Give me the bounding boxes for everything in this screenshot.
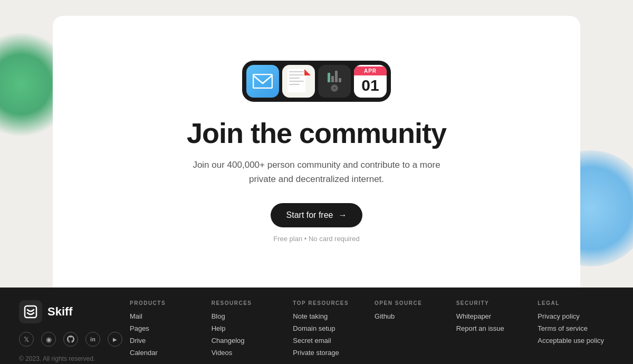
footer-products-title: PRODUCTS bbox=[130, 300, 201, 306]
calendar-month: APR bbox=[354, 66, 387, 75]
skiff-icon bbox=[19, 300, 42, 323]
footer-link-calendar[interactable]: Calendar bbox=[130, 349, 201, 357]
arrow-icon: → bbox=[338, 210, 347, 220]
mail-app-icon bbox=[246, 65, 279, 98]
hero-subtitle: Join our 400,000+ person community and c… bbox=[185, 158, 448, 186]
footer-link-github[interactable]: Github bbox=[375, 312, 446, 320]
footer-link-blog[interactable]: Blog bbox=[212, 312, 283, 320]
footer-link-report-issue[interactable]: Report an issue bbox=[456, 324, 528, 332]
svg-rect-0 bbox=[253, 74, 272, 88]
social-icons: 𝕏 ◉ in ▶ bbox=[19, 332, 124, 347]
calendar-app-icon: APR 01 bbox=[354, 65, 387, 98]
skiff-brand-name: Skiff bbox=[47, 305, 73, 319]
footer-link-drive[interactable]: Drive bbox=[130, 337, 201, 344]
footer-top-resources-title: TOP RESOURCES bbox=[293, 300, 364, 306]
linkedin-icon[interactable]: in bbox=[85, 332, 100, 347]
footer-link-domain-setup[interactable]: Domain setup bbox=[293, 324, 364, 332]
footer-brand: Skiff 𝕏 ◉ in ▶ © 2023. All rights reserv… bbox=[19, 300, 124, 362]
footer-columns: PRODUCTS Mail Pages Drive Calendar RESOU… bbox=[124, 300, 614, 361]
footer-col-resources: RESOURCES Blog Help Changelog Videos bbox=[206, 300, 288, 361]
footer-link-note-taking[interactable]: Note taking bbox=[293, 312, 364, 320]
footer-col-products: PRODUCTS Mail Pages Drive Calendar bbox=[124, 300, 206, 361]
footer-link-mail[interactable]: Mail bbox=[130, 312, 201, 320]
footer-legal-title: LEGAL bbox=[538, 300, 609, 306]
skiff-logo: Skiff bbox=[19, 300, 124, 323]
footer-link-changelog[interactable]: Changelog bbox=[212, 337, 283, 344]
github-icon[interactable] bbox=[63, 332, 78, 347]
skiff-logo-svg bbox=[23, 304, 38, 319]
cta-label: Start for free bbox=[286, 210, 333, 220]
footer-security-title: SECURITY bbox=[456, 300, 528, 306]
footer-link-pages[interactable]: Pages bbox=[130, 324, 201, 332]
footer-col-security: SECURITY Whitepaper Report an issue bbox=[451, 300, 533, 361]
footer-col-top-resources: TOP RESOURCES Note taking Domain setup S… bbox=[287, 300, 369, 361]
drive-app-icon bbox=[318, 65, 351, 98]
cta-note: Free plan • No card required bbox=[273, 235, 360, 243]
calendar-day: 01 bbox=[361, 75, 379, 95]
footer-resources-title: RESOURCES bbox=[212, 300, 283, 306]
footer-col-legal: LEGAL Privacy policy Terms of service Ac… bbox=[532, 300, 614, 361]
copyright-text: © 2023. All rights reserved. bbox=[19, 355, 124, 362]
hero-title: Join the community bbox=[187, 117, 446, 149]
hero-section: APR 01 Join the community Join our 400,0… bbox=[0, 0, 633, 288]
footer-link-whitepaper[interactable]: Whitepaper bbox=[456, 312, 528, 320]
footer-link-secret-email[interactable]: Secret email bbox=[293, 337, 364, 344]
twitter-icon[interactable]: 𝕏 bbox=[19, 332, 34, 347]
footer-open-source-title: OPEN SOURCE bbox=[375, 300, 446, 306]
footer-col-open-source: OPEN SOURCE Github bbox=[369, 300, 451, 361]
discord-icon[interactable]: ◉ bbox=[41, 332, 56, 347]
youtube-icon[interactable]: ▶ bbox=[108, 332, 122, 347]
cta-button[interactable]: Start for free → bbox=[271, 203, 363, 227]
footer-link-videos[interactable]: Videos bbox=[212, 349, 283, 357]
hero-card: APR 01 Join the community Join our 400,0… bbox=[53, 16, 580, 288]
footer: Skiff 𝕏 ◉ in ▶ © 2023. All rights reserv… bbox=[0, 288, 633, 364]
footer-link-acceptable-use[interactable]: Acceptable use policy bbox=[538, 337, 609, 344]
footer-link-terms-service[interactable]: Terms of service bbox=[538, 324, 609, 332]
footer-link-privacy-policy[interactable]: Privacy policy bbox=[538, 312, 609, 320]
footer-link-private-storage[interactable]: Private storage bbox=[293, 349, 364, 357]
app-icons-row: APR 01 bbox=[242, 61, 391, 102]
footer-link-help[interactable]: Help bbox=[212, 324, 283, 332]
pages-app-icon bbox=[282, 65, 315, 98]
